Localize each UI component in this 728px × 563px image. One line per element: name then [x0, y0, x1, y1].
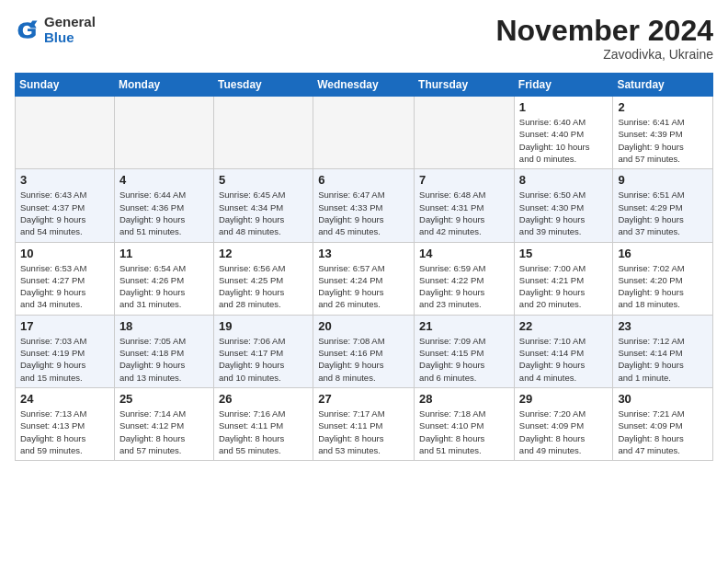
day-number: 26	[219, 392, 308, 406]
calendar-cell: 30Sunrise: 7:21 AM Sunset: 4:09 PM Dayli…	[613, 387, 713, 460]
day-number: 29	[519, 392, 609, 406]
day-info: Sunrise: 7:03 AM Sunset: 4:19 PM Dayligh…	[20, 335, 109, 384]
page-header: General Blue November 2024 Zavodivka, Uk…	[15, 15, 713, 62]
calendar-cell: 7Sunrise: 6:48 AM Sunset: 4:31 PM Daylig…	[415, 169, 515, 242]
day-info: Sunrise: 7:10 AM Sunset: 4:14 PM Dayligh…	[519, 335, 609, 384]
calendar-cell: 28Sunrise: 7:18 AM Sunset: 4:10 PM Dayli…	[415, 387, 515, 460]
calendar-cell: 12Sunrise: 6:56 AM Sunset: 4:25 PM Dayli…	[213, 242, 313, 315]
day-number: 30	[618, 392, 708, 406]
day-info: Sunrise: 7:09 AM Sunset: 4:15 PM Dayligh…	[419, 335, 509, 384]
calendar-week-row: 10Sunrise: 6:53 AM Sunset: 4:27 PM Dayli…	[16, 242, 713, 315]
day-number: 21	[419, 319, 509, 333]
location-label: Zavodivka, Ukraine	[495, 47, 713, 62]
day-info: Sunrise: 7:16 AM Sunset: 4:11 PM Dayligh…	[219, 408, 308, 456]
calendar-cell: 9Sunrise: 6:51 AM Sunset: 4:29 PM Daylig…	[613, 169, 713, 242]
calendar-cell: 19Sunrise: 7:06 AM Sunset: 4:17 PM Dayli…	[213, 315, 313, 387]
day-number: 3	[20, 173, 109, 187]
day-info: Sunrise: 6:50 AM Sunset: 4:30 PM Dayligh…	[519, 189, 609, 237]
day-number: 10	[20, 247, 109, 260]
day-info: Sunrise: 6:48 AM Sunset: 4:31 PM Dayligh…	[419, 189, 509, 237]
day-info: Sunrise: 7:00 AM Sunset: 4:21 PM Dayligh…	[519, 262, 609, 311]
day-info: Sunrise: 6:54 AM Sunset: 4:26 PM Dayligh…	[119, 262, 209, 311]
calendar-cell: 15Sunrise: 7:00 AM Sunset: 4:21 PM Dayli…	[514, 242, 613, 315]
calendar-cell: 29Sunrise: 7:20 AM Sunset: 4:09 PM Dayli…	[514, 387, 613, 460]
calendar-cell: 14Sunrise: 6:59 AM Sunset: 4:22 PM Dayli…	[415, 242, 515, 315]
day-number: 28	[419, 392, 509, 406]
day-number: 17	[20, 319, 109, 333]
month-title: November 2024	[495, 15, 713, 47]
calendar-cell: 2Sunrise: 6:41 AM Sunset: 4:39 PM Daylig…	[613, 97, 713, 169]
calendar-cell: 25Sunrise: 7:14 AM Sunset: 4:12 PM Dayli…	[114, 387, 213, 460]
day-info: Sunrise: 6:57 AM Sunset: 4:24 PM Dayligh…	[318, 262, 409, 311]
logo-general-text: General	[44, 15, 96, 30]
day-info: Sunrise: 6:51 AM Sunset: 4:29 PM Dayligh…	[618, 189, 708, 237]
day-info: Sunrise: 6:47 AM Sunset: 4:33 PM Dayligh…	[318, 189, 409, 237]
column-header-sunday: Sunday	[16, 74, 115, 97]
calendar-cell: 3Sunrise: 6:43 AM Sunset: 4:37 PM Daylig…	[16, 169, 115, 242]
day-info: Sunrise: 7:17 AM Sunset: 4:11 PM Dayligh…	[318, 408, 409, 456]
calendar-cell	[213, 97, 313, 169]
day-info: Sunrise: 6:44 AM Sunset: 4:36 PM Dayligh…	[119, 189, 209, 237]
calendar-cell	[415, 97, 515, 169]
day-number: 9	[618, 173, 708, 187]
calendar-cell: 20Sunrise: 7:08 AM Sunset: 4:16 PM Dayli…	[313, 315, 415, 387]
calendar-week-row: 24Sunrise: 7:13 AM Sunset: 4:13 PM Dayli…	[16, 387, 713, 460]
calendar-week-row: 3Sunrise: 6:43 AM Sunset: 4:37 PM Daylig…	[16, 169, 713, 242]
day-number: 2	[618, 100, 708, 114]
day-number: 24	[20, 392, 109, 406]
calendar-cell: 5Sunrise: 6:45 AM Sunset: 4:34 PM Daylig…	[213, 169, 313, 242]
day-number: 4	[119, 173, 209, 187]
calendar-header-row: SundayMondayTuesdayWednesdayThursdayFrid…	[16, 74, 713, 97]
calendar-cell: 26Sunrise: 7:16 AM Sunset: 4:11 PM Dayli…	[213, 387, 313, 460]
day-info: Sunrise: 6:53 AM Sunset: 4:27 PM Dayligh…	[20, 262, 109, 311]
day-info: Sunrise: 6:43 AM Sunset: 4:37 PM Dayligh…	[20, 189, 109, 237]
calendar-cell: 1Sunrise: 6:40 AM Sunset: 4:40 PM Daylig…	[514, 97, 613, 169]
calendar-cell: 27Sunrise: 7:17 AM Sunset: 4:11 PM Dayli…	[313, 387, 415, 460]
day-number: 19	[219, 319, 308, 333]
day-number: 11	[119, 247, 209, 260]
day-number: 15	[519, 247, 609, 260]
calendar-cell: 8Sunrise: 6:50 AM Sunset: 4:30 PM Daylig…	[514, 169, 613, 242]
day-info: Sunrise: 6:59 AM Sunset: 4:22 PM Dayligh…	[419, 262, 509, 311]
calendar-cell: 23Sunrise: 7:12 AM Sunset: 4:14 PM Dayli…	[613, 315, 713, 387]
day-info: Sunrise: 7:12 AM Sunset: 4:14 PM Dayligh…	[618, 335, 708, 384]
calendar-cell: 16Sunrise: 7:02 AM Sunset: 4:20 PM Dayli…	[613, 242, 713, 315]
day-number: 8	[519, 173, 609, 187]
calendar-week-row: 1Sunrise: 6:40 AM Sunset: 4:40 PM Daylig…	[16, 97, 713, 169]
day-number: 1	[519, 100, 609, 114]
day-info: Sunrise: 7:13 AM Sunset: 4:13 PM Dayligh…	[20, 408, 109, 456]
calendar-cell	[16, 97, 115, 169]
day-info: Sunrise: 7:05 AM Sunset: 4:18 PM Dayligh…	[119, 335, 209, 384]
calendar-table: SundayMondayTuesdayWednesdayThursdayFrid…	[15, 73, 713, 461]
day-number: 23	[618, 319, 708, 333]
column-header-thursday: Thursday	[415, 74, 515, 97]
calendar-cell: 4Sunrise: 6:44 AM Sunset: 4:36 PM Daylig…	[114, 169, 213, 242]
day-info: Sunrise: 7:08 AM Sunset: 4:16 PM Dayligh…	[318, 335, 409, 384]
day-info: Sunrise: 6:41 AM Sunset: 4:39 PM Dayligh…	[618, 116, 708, 165]
day-number: 7	[419, 173, 509, 187]
column-header-saturday: Saturday	[613, 74, 713, 97]
day-info: Sunrise: 7:21 AM Sunset: 4:09 PM Dayligh…	[618, 408, 708, 456]
day-number: 12	[219, 247, 308, 260]
day-info: Sunrise: 6:40 AM Sunset: 4:40 PM Dayligh…	[519, 116, 609, 165]
day-info: Sunrise: 7:02 AM Sunset: 4:20 PM Dayligh…	[618, 262, 708, 311]
title-block: November 2024 Zavodivka, Ukraine	[495, 15, 713, 62]
logo-icon	[15, 17, 40, 43]
day-number: 22	[519, 319, 609, 333]
column-header-tuesday: Tuesday	[213, 74, 313, 97]
day-info: Sunrise: 7:06 AM Sunset: 4:17 PM Dayligh…	[219, 335, 308, 384]
calendar-week-row: 17Sunrise: 7:03 AM Sunset: 4:19 PM Dayli…	[16, 315, 713, 387]
logo-text: General Blue	[44, 15, 96, 45]
day-number: 18	[119, 319, 209, 333]
day-info: Sunrise: 7:18 AM Sunset: 4:10 PM Dayligh…	[419, 408, 509, 456]
day-number: 6	[318, 173, 409, 187]
calendar-cell: 18Sunrise: 7:05 AM Sunset: 4:18 PM Dayli…	[114, 315, 213, 387]
day-number: 13	[318, 247, 409, 260]
day-number: 25	[119, 392, 209, 406]
day-info: Sunrise: 6:56 AM Sunset: 4:25 PM Dayligh…	[219, 262, 308, 311]
column-header-monday: Monday	[114, 74, 213, 97]
calendar-cell: 24Sunrise: 7:13 AM Sunset: 4:13 PM Dayli…	[16, 387, 115, 460]
calendar-cell: 6Sunrise: 6:47 AM Sunset: 4:33 PM Daylig…	[313, 169, 415, 242]
day-number: 14	[419, 247, 509, 260]
calendar-cell	[313, 97, 415, 169]
